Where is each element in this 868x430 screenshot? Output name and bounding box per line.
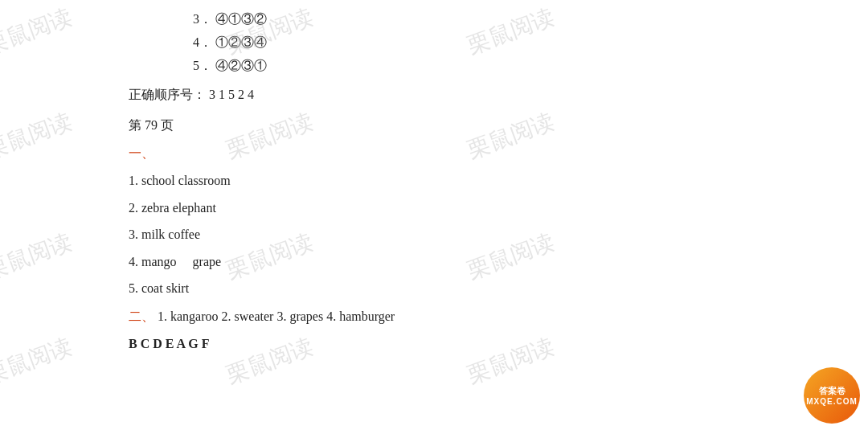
section-one-item-3: 3. milk coffee bbox=[129, 221, 804, 248]
bottom-answer-line: B C D E A G F bbox=[129, 330, 804, 358]
main-content: 3． ④①③② 4． ①②③④ 5． ④②③① 正确顺序号： 3 1 5 2 4… bbox=[129, 8, 804, 358]
logo-area: 答案卷 MXQE.COM bbox=[804, 367, 860, 424]
item-3: 3． ④①③② bbox=[129, 8, 804, 31]
watermark: 栗鼠阅读 bbox=[0, 331, 76, 391]
item-5: 5． ④②③① bbox=[129, 55, 804, 78]
section-two-header: 二、 bbox=[129, 309, 154, 323]
answer-value: 3 1 5 2 4 bbox=[209, 88, 254, 101]
logo-bottom-text: MXQE.COM bbox=[806, 397, 858, 406]
item-4-content: ①②③④ bbox=[215, 35, 267, 49]
section-one-item-1: 1. school classroom bbox=[129, 167, 804, 195]
item-5-content: ④②③① bbox=[215, 59, 267, 72]
page-ref: 第 79 页 bbox=[129, 111, 804, 139]
section-one-item-5: 5. coat skirt bbox=[129, 275, 804, 302]
answer-line: 正确顺序号： 3 1 5 2 4 bbox=[129, 80, 804, 109]
item-4: 4． ①②③④ bbox=[129, 31, 804, 55]
watermark: 栗鼠阅读 bbox=[0, 2, 76, 61]
section-two-items: 1. kangaroo 2. sweater 3. grapes 4. hamb… bbox=[158, 309, 395, 323]
section-one-header: 一、 bbox=[129, 139, 804, 167]
section-two-line: 二、 1. kangaroo 2. sweater 3. grapes 4. h… bbox=[129, 302, 804, 330]
watermark: 栗鼠阅读 bbox=[0, 227, 76, 286]
page-container: 栗鼠阅读 栗鼠阅读 栗鼠阅读 栗鼠阅读 栗鼠阅读 栗鼠阅读 栗鼠阅读 栗鼠阅读 … bbox=[0, 0, 868, 430]
watermark: 栗鼠阅读 bbox=[0, 106, 76, 166]
logo-top-text: 答案卷 bbox=[819, 385, 845, 396]
section-one-item-2: 2. zebra elephant bbox=[129, 195, 804, 222]
item-3-content: ④①③② bbox=[215, 12, 267, 26]
logo-circle: 答案卷 MXQE.COM bbox=[804, 367, 860, 424]
section-one-item-4: 4. mango grape bbox=[129, 248, 804, 276]
answer-label: 正确顺序号： bbox=[129, 88, 206, 101]
